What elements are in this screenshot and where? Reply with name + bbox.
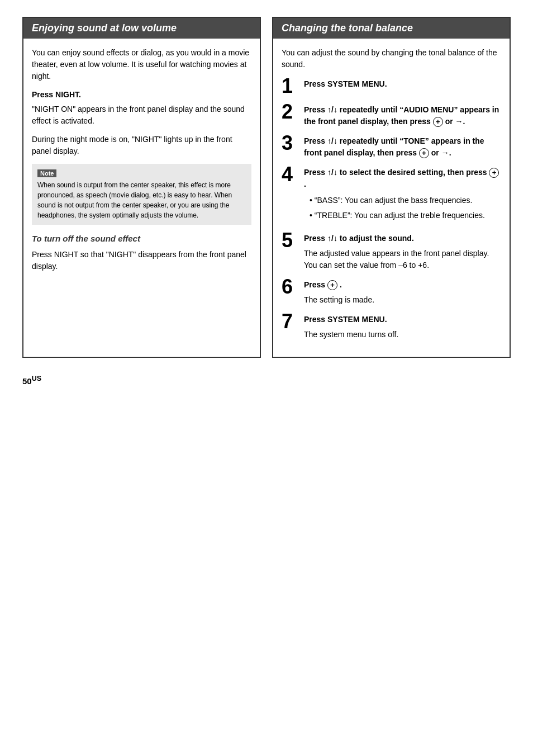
step-3-number: 3 bbox=[282, 133, 304, 153]
step-4-content: Press ↑/↓ to select the desired setting,… bbox=[304, 167, 501, 225]
left-section-title: Enjoying sound at low volume bbox=[32, 22, 177, 34]
step-2-title: Press ↑/↓ repeatedly until “AUDIO MENU” … bbox=[304, 105, 499, 126]
night-on-text: "NIGHT ON" appears in the front panel di… bbox=[32, 103, 251, 127]
right-section: Changing the tonal balance You can adjus… bbox=[272, 17, 511, 358]
step-6-content: Press + . The setting is made. bbox=[304, 279, 501, 306]
left-intro-text: You can enjoy sound effects or dialog, a… bbox=[32, 47, 251, 82]
note-box: Note When sound is output from the cente… bbox=[32, 164, 251, 225]
step-5: 5 Press ↑/↓ to adjust the sound. The adj… bbox=[282, 233, 501, 271]
step-2: 2 Press ↑/↓ repeatedly until “AUDIO MENU… bbox=[282, 104, 501, 127]
page-suffix: US bbox=[32, 375, 41, 382]
page-content: Enjoying sound at low volume You can enj… bbox=[22, 17, 511, 386]
circle-btn-step3: + bbox=[419, 148, 429, 158]
step-5-number: 5 bbox=[282, 230, 304, 251]
step-7: 7 Press SYSTEM MENU. The system menu tur… bbox=[282, 314, 501, 341]
step-3: 3 Press ↑/↓ repeatedly until “TONE” appe… bbox=[282, 135, 501, 159]
step-3-title: Press ↑/↓ repeatedly until “TONE” appear… bbox=[304, 136, 484, 157]
step-4-title: Press ↑/↓ to select the desired setting,… bbox=[304, 168, 499, 188]
step-7-content: Press SYSTEM MENU. The system menu turns… bbox=[304, 314, 501, 341]
left-section-header: Enjoying sound at low volume bbox=[23, 18, 260, 39]
step-3-content: Press ↑/↓ repeatedly until “TONE” appear… bbox=[304, 135, 501, 159]
step-1: 1 Press SYSTEM MENU. bbox=[282, 78, 501, 96]
right-intro-text: You can adjust the sound by changing the… bbox=[282, 47, 501, 70]
step-1-title: Press SYSTEM MENU. bbox=[304, 79, 387, 88]
circle-btn-step6: + bbox=[327, 280, 337, 290]
note-label: Note bbox=[37, 169, 56, 177]
left-section: Enjoying sound at low volume You can enj… bbox=[22, 17, 261, 358]
note-text: When sound is output from the center spe… bbox=[37, 180, 246, 220]
bullet-bass: “BASS”: You can adjust the bass frequenc… bbox=[310, 195, 501, 206]
step-6-detail: The setting is made. bbox=[304, 294, 501, 306]
step-1-content: Press SYSTEM MENU. bbox=[304, 78, 501, 90]
right-section-title: Changing the tonal balance bbox=[282, 22, 413, 34]
page-footer: 50US bbox=[22, 375, 511, 386]
step-4: 4 Press ↑/↓ to select the desired settin… bbox=[282, 167, 501, 225]
press-night-label: Press NIGHT. bbox=[32, 90, 251, 99]
step-5-content: Press ↑/↓ to adjust the sound. The adjus… bbox=[304, 233, 501, 271]
step-6-title: Press + . bbox=[304, 280, 342, 289]
right-section-body: You can adjust the sound by changing the… bbox=[273, 39, 510, 357]
step-7-title: Press SYSTEM MENU. bbox=[304, 315, 387, 324]
step-5-detail: The adjusted value appears in the front … bbox=[304, 248, 501, 271]
step-2-number: 2 bbox=[282, 102, 304, 122]
step-2-content: Press ↑/↓ repeatedly until “AUDIO MENU” … bbox=[304, 104, 501, 127]
bullet-treble: “TREBLE”: You can adjust the treble freq… bbox=[310, 210, 501, 221]
right-section-header: Changing the tonal balance bbox=[273, 18, 510, 39]
subsection-header: To turn off the sound effect bbox=[32, 234, 251, 243]
step-4-bullets: “BASS”: You can adjust the bass frequenc… bbox=[304, 195, 501, 221]
page-number: 50US bbox=[22, 375, 41, 386]
step-7-number: 7 bbox=[282, 311, 304, 332]
step-5-title: Press ↑/↓ to adjust the sound. bbox=[304, 234, 414, 243]
step-7-detail: The system menu turns off. bbox=[304, 329, 501, 341]
circle-btn-step2: + bbox=[433, 117, 443, 127]
steps-list: 1 Press SYSTEM MENU. 2 Press ↑/↓ repeate… bbox=[282, 78, 501, 341]
step-6: 6 Press + . The setting is made. bbox=[282, 279, 501, 306]
two-column-layout: Enjoying sound at low volume You can enj… bbox=[22, 17, 511, 358]
step-1-number: 1 bbox=[282, 76, 304, 96]
night-lights-text: During the night mode is on, "NIGHT" lig… bbox=[32, 134, 251, 157]
step-4-number: 4 bbox=[282, 164, 304, 185]
left-section-body: You can enjoy sound effects or dialog, a… bbox=[23, 39, 260, 281]
circle-btn-step4: + bbox=[489, 168, 499, 178]
subsection-text: Press NIGHT so that "NIGHT" disappears f… bbox=[32, 249, 251, 272]
step-6-number: 6 bbox=[282, 277, 304, 297]
